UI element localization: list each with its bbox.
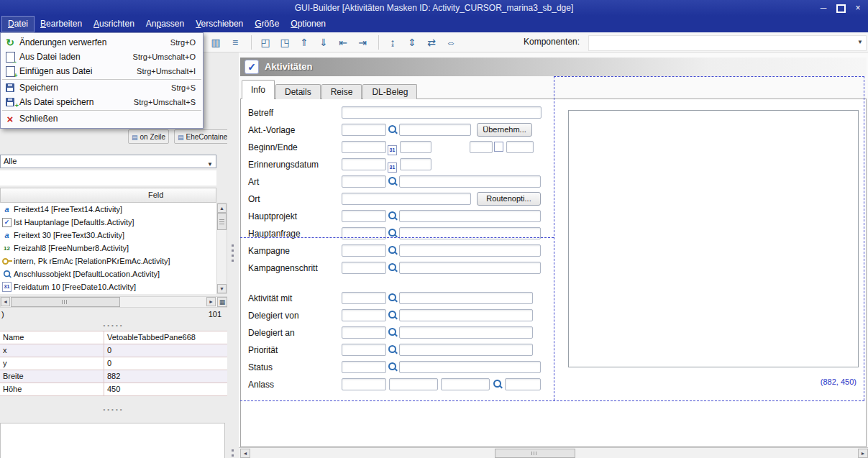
scroll-up-button[interactable] [217, 203, 227, 213]
ende-date-input[interactable] [470, 141, 493, 153]
scroll-left-button[interactable] [1, 297, 10, 306]
betreff-input[interactable] [342, 106, 542, 119]
menu-ausrichten[interactable]: Ausrichten [88, 16, 140, 32]
splitter-grip[interactable] [232, 449, 234, 457]
ort-input[interactable] [342, 193, 471, 205]
property-value[interactable]: VetoableTabbedPane668 [104, 331, 227, 344]
notes-panel[interactable] [0, 423, 225, 458]
kampagnenschritt-lookup-button[interactable] [388, 262, 398, 274]
menu-item-speichern[interactable]: Speichern Strg+S [1, 81, 203, 95]
tab-reise[interactable]: Reise [321, 84, 362, 99]
move-down-icon[interactable]: ⇓ [315, 35, 332, 50]
list-item[interactable]: aFreitext 30 [FreeText30.Activity] [0, 229, 216, 242]
kampagne-lookup-button[interactable] [388, 245, 398, 257]
prioritaet-text-input[interactable] [399, 344, 533, 356]
beginn-date-input[interactable] [342, 141, 386, 153]
beginn-calendar-button[interactable]: 31 [388, 142, 398, 152]
akt-vorlage-code-input[interactable] [342, 124, 386, 136]
ende-calendar-button[interactable] [494, 142, 505, 152]
feld-column-header[interactable]: Feld [0, 188, 216, 203]
menu-item-aus-datei-laden[interactable]: → Aus Datei laden Strg+Umschalt+O [1, 50, 203, 64]
status-lookup-button[interactable] [388, 362, 398, 373]
routenoptimierung-button[interactable]: Routenopti... [477, 192, 541, 206]
field-filter-combobox[interactable]: Alle [0, 155, 216, 168]
erinnerung-date-input[interactable] [342, 158, 386, 170]
anlass-code-input[interactable] [342, 378, 386, 390]
beginn-time-input[interactable] [400, 141, 431, 153]
close-button[interactable]: × [851, 1, 865, 14]
move-right-icon[interactable]: ⇥ [354, 35, 371, 50]
menu-optionen[interactable]: Optionen [285, 16, 332, 32]
erinnerung-time-input[interactable] [400, 158, 431, 170]
erinnerung-calendar-button[interactable]: 31 [388, 159, 398, 170]
menu-item-aenderungen-verwerfen[interactable]: Änderungen verwerfen Strg+O [1, 35, 203, 50]
delegiert-von-lookup-button[interactable] [388, 310, 398, 321]
kampagne-code-input[interactable] [342, 244, 386, 257]
delegiert-von-text-input[interactable] [399, 309, 533, 321]
equal-height-icon[interactable]: ⇕ [403, 35, 421, 50]
art-text-input[interactable] [399, 175, 541, 188]
art-code-input[interactable] [342, 175, 386, 188]
status-code-input[interactable] [342, 361, 386, 373]
menu-item-schliessen[interactable]: Schließen [1, 111, 203, 126]
menu-item-als-datei-speichern[interactable]: + Als Datei speichern Strg+Umschalt+S [1, 95, 203, 109]
delegiert-an-lookup-button[interactable] [388, 327, 398, 339]
maximize-button[interactable] [833, 1, 848, 14]
ende-time-input[interactable] [506, 141, 534, 153]
hauptprojekt-lookup-button[interactable] [388, 211, 398, 222]
field-list-vertical-scrollbar[interactable] [216, 203, 227, 294]
splitter-handle[interactable]: ••••• [0, 322, 227, 329]
splitter-handle[interactable]: ••••• [0, 406, 227, 413]
rows-icon[interactable]: ≡ [227, 35, 244, 50]
akt-vorlage-lookup-button[interactable] [388, 124, 398, 136]
list-item[interactable]: Ist Hauptanlage [DefaultIs.Activity] [0, 216, 216, 229]
splitter-grip[interactable] [232, 244, 234, 263]
tab-dl-beleg[interactable]: DL-Beleg [362, 84, 417, 99]
property-value[interactable]: 0 [104, 344, 227, 357]
move-up-icon[interactable]: ⇑ [296, 35, 313, 50]
aktivitaet-mit-lookup-button[interactable] [388, 293, 398, 304]
hauptprojekt-code-input[interactable] [342, 210, 386, 222]
field-list-horizontal-scrollbar[interactable] [0, 296, 227, 308]
columns-icon[interactable]: ▥ [207, 35, 224, 50]
anlass-input-3[interactable] [441, 378, 490, 390]
equal-width-icon[interactable]: ⇔ [442, 35, 460, 50]
kampagnenschritt-text-input[interactable] [399, 262, 541, 274]
anlass-input-2[interactable] [389, 378, 438, 390]
scroll-down-button[interactable] [217, 284, 227, 293]
scrollbar-thumb[interactable] [11, 297, 120, 307]
menu-bearbeiten[interactable]: Bearbeiten [35, 16, 88, 32]
resize-width-icon[interactable]: ⇄ [423, 35, 440, 50]
kampagne-text-input[interactable] [399, 244, 541, 257]
list-item[interactable]: 31Freidatum 10 [FreeDate10.Activity] [0, 280, 216, 293]
status-text-input[interactable] [399, 361, 541, 373]
anlass-lookup-button[interactable] [493, 379, 503, 390]
field-search-input[interactable] [0, 170, 216, 186]
grid-toggle-button[interactable] [217, 297, 227, 307]
minimize-button[interactable]: ─ [816, 1, 831, 14]
zeile-toggle-button[interactable]: on Zeile [128, 129, 169, 144]
aktivitaet-mit-text-input[interactable] [399, 292, 533, 304]
snap-top-right-icon[interactable]: ◳ [276, 35, 293, 50]
kampagnenschritt-code-input[interactable] [342, 262, 386, 274]
snap-top-left-icon[interactable]: ◰ [257, 35, 274, 50]
delegiert-an-code-input[interactable] [342, 326, 386, 339]
panel-splitter[interactable] [227, 52, 239, 458]
menu-datei[interactable]: Datei [1, 16, 35, 32]
list-item[interactable]: 12Freizahl8 [FreeNumber8.Activity] [0, 242, 216, 255]
list-item[interactable]: intern, Pk rEmAc [RelationPKrEmAc.Activi… [0, 255, 216, 267]
property-value[interactable]: 882 [104, 370, 227, 383]
komponenten-combobox[interactable] [588, 35, 867, 51]
akt-vorlage-text-input[interactable] [399, 124, 471, 136]
prioritaet-code-input[interactable] [342, 344, 386, 356]
delegiert-von-code-input[interactable] [342, 309, 386, 321]
art-lookup-button[interactable] [388, 176, 398, 188]
resize-height-icon[interactable]: ↨ [384, 35, 401, 50]
prioritaet-lookup-button[interactable] [388, 344, 398, 356]
menu-verschieben[interactable]: Verschieben [190, 16, 249, 32]
menu-groesse[interactable]: Größe [249, 16, 285, 32]
list-item[interactable]: Anschlussobjekt [DefaultLocation.Activit… [0, 267, 216, 280]
property-value[interactable]: 450 [104, 383, 227, 395]
tab-details[interactable]: Details [275, 84, 321, 99]
container-toggle-button[interactable]: EheContainer [174, 129, 234, 144]
